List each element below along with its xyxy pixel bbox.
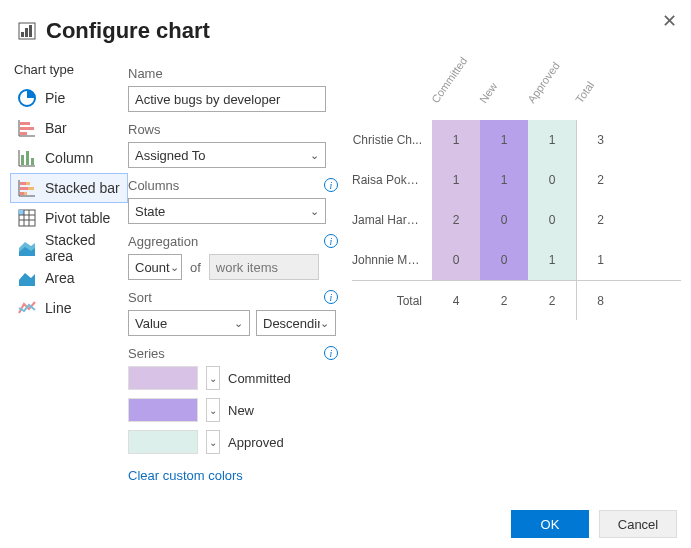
series-name: New <box>228 403 254 418</box>
chart-type-column[interactable]: Column <box>10 143 128 173</box>
preview-cell: 1 <box>480 120 528 160</box>
dialog-header: Configure chart <box>0 0 691 44</box>
preview-cell: 0 <box>528 160 576 200</box>
aggregation-select-value: Count <box>135 260 170 275</box>
preview-cell: 1 <box>480 160 528 200</box>
aggregation-of-text: of <box>186 260 205 275</box>
chart-type-label: Bar <box>45 120 67 136</box>
preview-row-total: 1 <box>576 240 624 280</box>
series-row-approved: ⌄ Approved <box>128 430 338 454</box>
preview-row: Johnnie McL... 0 0 1 1 <box>352 240 681 280</box>
bar-icon <box>17 118 37 138</box>
series-color-swatch[interactable] <box>128 430 198 454</box>
rows-select[interactable]: Assigned To ⌄ <box>128 142 326 168</box>
chart-type-sidebar: Chart type Pie Bar Column Stacked bar Pi… <box>0 62 128 483</box>
chart-type-pie[interactable]: Pie <box>10 83 128 113</box>
chart-type-label: Line <box>45 300 71 316</box>
name-label: Name <box>128 64 338 82</box>
aggregation-label-text: Aggregation <box>128 234 198 249</box>
sort-dir-select[interactable]: Descending ⌄ <box>256 310 336 336</box>
cancel-button[interactable]: Cancel <box>599 510 677 538</box>
series-row-new: ⌄ New <box>128 398 338 422</box>
close-button[interactable]: ✕ <box>658 6 681 36</box>
preview-cell: 0 <box>480 200 528 240</box>
chart-icon <box>18 22 36 40</box>
config-form: Name Rows Assigned To ⌄ Columns i State … <box>128 62 338 483</box>
name-input[interactable] <box>128 86 326 112</box>
svg-rect-17 <box>20 182 26 185</box>
chart-type-pivot-table[interactable]: Pivot table <box>10 203 128 233</box>
area-icon <box>17 268 37 288</box>
svg-rect-14 <box>31 158 34 165</box>
preview-cell: 2 <box>432 200 480 240</box>
chart-type-label: Area <box>45 270 75 286</box>
chart-type-area[interactable]: Area <box>10 263 128 293</box>
preview-row: Jamal Hartn... 2 0 0 2 <box>352 200 681 240</box>
svg-rect-18 <box>26 182 30 185</box>
svg-rect-22 <box>24 192 27 195</box>
preview-row-label: Jamal Hartn... <box>352 213 432 227</box>
aggregation-label: Aggregation i <box>128 232 338 250</box>
aggregation-select[interactable]: Count ⌄ <box>128 254 182 280</box>
columns-label-text: Columns <box>128 178 179 193</box>
preview-row-total: 3 <box>576 120 624 160</box>
clear-colors-link[interactable]: Clear custom colors <box>128 468 243 483</box>
line-icon <box>17 298 37 318</box>
series-info-icon[interactable]: i <box>324 346 338 360</box>
sort-info-icon[interactable]: i <box>324 290 338 304</box>
sort-label: Sort i <box>128 288 338 306</box>
chevron-down-icon: ⌄ <box>310 149 319 162</box>
preview-row-total: 2 <box>576 200 624 240</box>
svg-rect-24 <box>19 210 24 215</box>
preview-row: Raisa Pokro... 1 1 0 2 <box>352 160 681 200</box>
sort-by-select[interactable]: Value ⌄ <box>128 310 250 336</box>
aggregation-info-icon[interactable]: i <box>324 234 338 248</box>
ok-button[interactable]: OK <box>511 510 589 538</box>
chart-type-stacked-area[interactable]: Stacked area <box>10 233 128 263</box>
chart-type-heading: Chart type <box>14 62 128 77</box>
pivot-table-icon <box>17 208 37 228</box>
columns-info-icon[interactable]: i <box>324 178 338 192</box>
chart-type-bar[interactable]: Bar <box>10 113 128 143</box>
preview-cell: 1 <box>528 240 576 280</box>
chart-type-label: Pivot table <box>45 210 110 226</box>
dialog-title: Configure chart <box>46 18 210 44</box>
svg-rect-9 <box>20 132 27 135</box>
preview-row: Christie Ch... 1 1 1 3 <box>352 120 681 160</box>
preview-col-total: 2 <box>480 281 528 320</box>
series-color-swatch[interactable] <box>128 398 198 422</box>
chart-type-label: Stacked bar <box>45 180 120 196</box>
series-color-dropdown[interactable]: ⌄ <box>206 398 220 422</box>
pivot-preview: Committed New Approved Total Christie Ch… <box>338 62 691 483</box>
chart-type-stacked-bar[interactable]: Stacked bar <box>10 173 128 203</box>
svg-rect-21 <box>20 192 24 195</box>
series-color-swatch[interactable] <box>128 366 198 390</box>
svg-rect-13 <box>26 151 29 165</box>
preview-col-total: 2 <box>528 281 576 320</box>
preview-row-label: Raisa Pokro... <box>352 173 432 187</box>
series-name: Approved <box>228 435 284 450</box>
chart-type-label: Stacked area <box>45 232 121 264</box>
series-color-dropdown[interactable]: ⌄ <box>206 366 220 390</box>
sort-by-value: Value <box>135 316 167 331</box>
svg-rect-19 <box>20 187 28 190</box>
series-color-dropdown[interactable]: ⌄ <box>206 430 220 454</box>
sort-label-text: Sort <box>128 290 152 305</box>
svg-rect-3 <box>29 25 32 37</box>
stacked-area-icon <box>17 238 37 258</box>
chevron-down-icon: ⌄ <box>170 261 179 274</box>
preview-cell: 0 <box>480 240 528 280</box>
svg-rect-8 <box>20 127 34 130</box>
svg-rect-7 <box>20 122 30 125</box>
chevron-down-icon: ⌄ <box>234 317 243 330</box>
series-label: Series i <box>128 344 338 362</box>
chart-type-label: Column <box>45 150 93 166</box>
preview-total-row-label: Total <box>352 294 432 308</box>
columns-select-value: State <box>135 204 165 219</box>
column-icon <box>17 148 37 168</box>
preview-row-label: Christie Ch... <box>352 133 432 147</box>
series-label-text: Series <box>128 346 165 361</box>
chart-type-line[interactable]: Line <box>10 293 128 323</box>
columns-select[interactable]: State ⌄ <box>128 198 326 224</box>
rows-label: Rows <box>128 120 338 138</box>
